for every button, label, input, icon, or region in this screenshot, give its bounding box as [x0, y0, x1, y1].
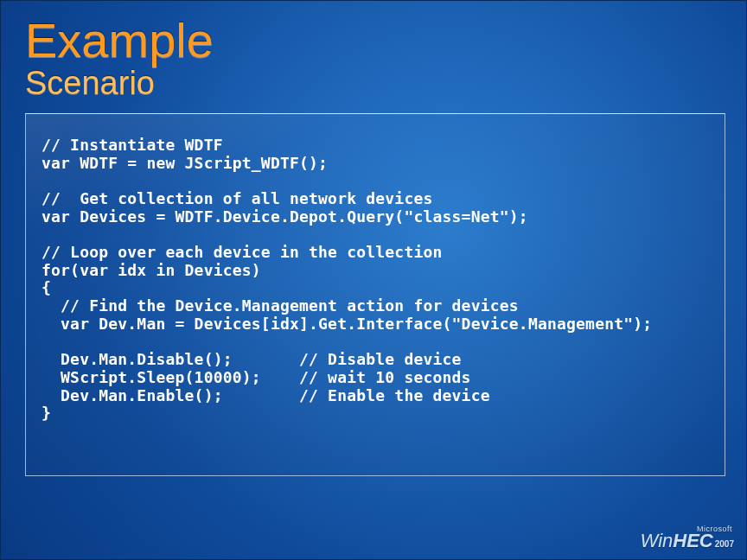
brand-year: 2007: [715, 539, 734, 549]
code-line: var Devices = WDTF.Device.Depot.Query("c…: [42, 207, 528, 226]
code-line: // Find the Device.Management action for…: [42, 296, 519, 315]
code-line: for(var idx in Devices): [42, 261, 261, 279]
code-line: }: [42, 404, 51, 422]
code-line: // Loop over each device in the collecti…: [42, 243, 443, 261]
winhec-watermark: Microsoft WinHEC2007: [641, 525, 734, 550]
code-line: Dev.Man.Disable(); // Disable device: [42, 350, 462, 368]
code-line: var WDTF = new JScript_WDTF();: [42, 154, 328, 172]
code-line: // Instantiate WDTF: [42, 136, 223, 154]
code-sample: // Instantiate WDTF var WDTF = new JScri…: [25, 113, 725, 476]
slide-subtitle: Scenario: [25, 67, 722, 101]
code-line: {: [42, 278, 51, 296]
code-line: var Dev.Man = Devices[idx].Get.Interface…: [42, 315, 652, 333]
slide-title: Example: [25, 16, 722, 65]
code-line: WScript.Sleep(10000); // wait 10 seconds: [42, 368, 471, 386]
slide: Example Scenario // Instantiate WDTF var…: [0, 0, 747, 560]
brand-part-b: HEC: [673, 530, 712, 551]
code-line: // Get collection of all network devices: [42, 189, 433, 207]
brand-part-a: Win: [641, 530, 674, 551]
brand-label: WinHEC2007: [641, 530, 734, 551]
code-line: Dev.Man.Enable(); // Enable the device: [42, 386, 490, 404]
